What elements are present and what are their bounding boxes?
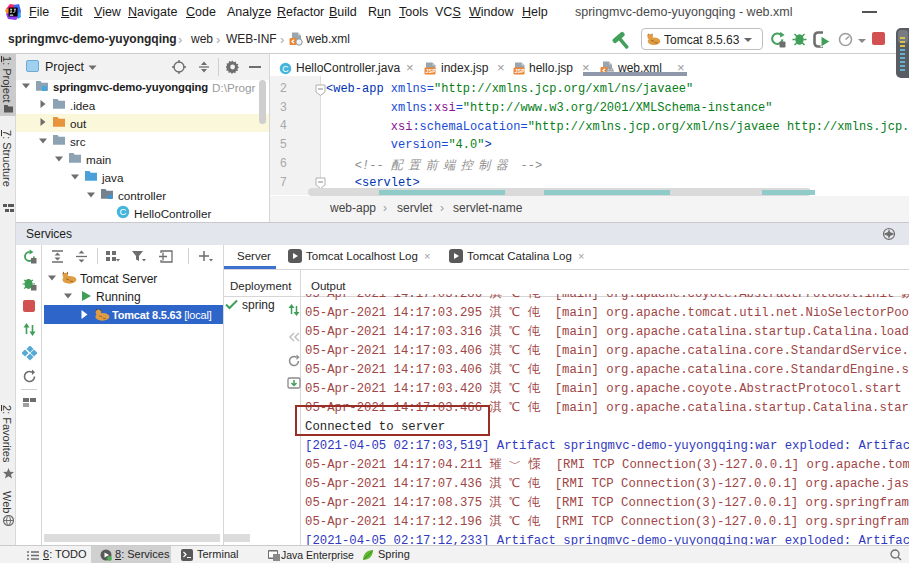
svg-text:JSP: JSP <box>426 68 437 74</box>
svg-text:C: C <box>282 64 289 74</box>
svg-text:C: C <box>119 206 126 217</box>
svg-text:JSP: JSP <box>515 68 526 74</box>
